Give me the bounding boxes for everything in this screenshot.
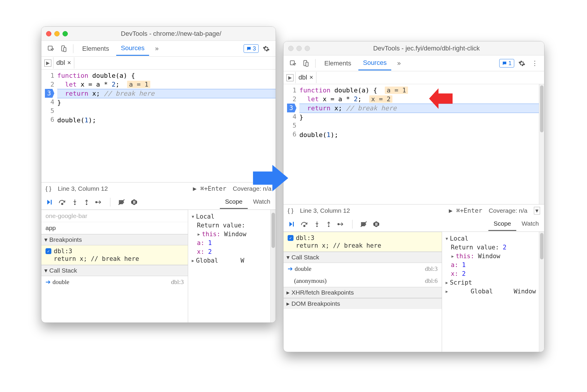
- scope-this[interactable]: this: Window: [197, 230, 267, 239]
- tab-watch[interactable]: Watch: [248, 195, 276, 209]
- run-snippet-icon[interactable]: ▶: [44, 60, 51, 67]
- deactivate-breakpoints-icon[interactable]: [360, 221, 367, 227]
- code-body[interactable]: function double(a) { let x = a * 2; a = …: [57, 70, 276, 182]
- checkbox-icon[interactable]: ✓: [288, 235, 294, 241]
- breakpoints-header[interactable]: ▾Breakpoints: [41, 234, 188, 245]
- step-into-icon[interactable]: [72, 199, 78, 205]
- scope-this[interactable]: this: Window: [451, 252, 536, 261]
- tab-elements[interactable]: Elements: [77, 42, 114, 55]
- svg-rect-13: [306, 62, 308, 66]
- step-out-icon[interactable]: [326, 221, 332, 227]
- bp-location: dbl:3: [54, 248, 72, 255]
- deactivate-breakpoints-icon[interactable]: [118, 199, 125, 205]
- scope-local[interactable]: Local: [445, 234, 536, 243]
- svg-rect-14: [293, 222, 294, 227]
- scope-script[interactable]: Script: [445, 278, 536, 287]
- line-gutter[interactable]: 1 2 3 4 5 6: [284, 84, 299, 204]
- dom-breakpoints-header[interactable]: ▸DOM Breakpoints: [284, 298, 442, 309]
- svg-point-17: [328, 225, 330, 227]
- code-body[interactable]: function double(a) { a = 1 let x = a * 2…: [299, 84, 539, 204]
- pretty-print-icon[interactable]: { }: [288, 207, 294, 214]
- svg-rect-9: [133, 201, 134, 204]
- gear-icon[interactable]: [517, 58, 527, 69]
- scope-panel[interactable]: Local Return value: 2 this: Window a: 1 …: [442, 232, 539, 352]
- pause-on-exceptions-icon[interactable]: [131, 199, 137, 205]
- step-over-icon[interactable]: [301, 221, 308, 227]
- titlebar[interactable]: DevTools - jec.fyi/demo/dbl-right-click: [284, 41, 544, 55]
- code-editor[interactable]: 1 2 3 4 5 6 function double(a) { let x =…: [41, 70, 276, 182]
- step-icon[interactable]: [95, 199, 102, 205]
- breakpoint-marker[interactable]: 3: [287, 104, 296, 112]
- tab-scope[interactable]: Scope: [220, 195, 248, 209]
- left-debug-panel[interactable]: ✓dbl:3 return x; // break here ▾Call Sta…: [284, 232, 442, 352]
- kebab-icon[interactable]: ⋮: [529, 58, 540, 69]
- svg-rect-21: [377, 223, 377, 226]
- run-hint: ▶ ⌘+Enter: [449, 207, 482, 214]
- step-into-icon[interactable]: [314, 221, 320, 227]
- scrollbar[interactable]: [270, 210, 276, 322]
- step-out-icon[interactable]: [84, 199, 90, 205]
- issues-badge[interactable]: 3: [244, 44, 259, 53]
- truncated-row: one-google-bar: [41, 210, 188, 222]
- tab-sources[interactable]: Sources: [116, 41, 149, 56]
- issues-badge[interactable]: 1: [499, 59, 514, 67]
- stack-frame-anonymous[interactable]: (anonymous) dbl:6: [284, 275, 442, 287]
- tab-watch[interactable]: Watch: [516, 217, 544, 231]
- scrollbar[interactable]: [539, 84, 544, 204]
- run-snippet-icon[interactable]: ▶: [286, 74, 294, 81]
- stack-frame-double[interactable]: ➔double dbl:3: [284, 263, 442, 275]
- file-tab-label: dbl: [298, 74, 307, 81]
- tab-elements[interactable]: Elements: [320, 57, 356, 70]
- file-tab-dbl[interactable]: dbl ×: [295, 72, 316, 83]
- breakpoint-item[interactable]: ✓dbl:3 return x; // break here: [41, 245, 188, 265]
- svg-point-6: [86, 203, 87, 205]
- pause-on-exceptions-icon[interactable]: [373, 221, 379, 227]
- checkbox-icon[interactable]: ✓: [45, 248, 51, 254]
- tab-scope[interactable]: Scope: [488, 217, 517, 231]
- code-editor[interactable]: 1 2 3 4 5 6 function double(a) { a = 1 l…: [284, 84, 544, 204]
- stack-frame[interactable]: ➔double dbl:3: [41, 276, 188, 288]
- close-tab-icon[interactable]: ×: [309, 74, 313, 81]
- collapse-icon[interactable]: ▾: [534, 207, 540, 214]
- scope-global[interactable]: Global W: [191, 256, 267, 265]
- step-over-icon[interactable]: [58, 199, 66, 205]
- debugger-panels: ✓dbl:3 return x; // break here ▾Call Sta…: [284, 232, 544, 352]
- gear-icon[interactable]: [261, 43, 271, 54]
- titlebar[interactable]: DevTools - chrome://new-tab-page/: [41, 27, 276, 41]
- inspect-icon[interactable]: [45, 43, 56, 54]
- callstack-header[interactable]: ▾Call Stack: [284, 252, 442, 263]
- cursor-position: Line 3, Column 12: [300, 207, 350, 214]
- resume-icon[interactable]: [45, 199, 53, 206]
- app-row[interactable]: app: [41, 222, 188, 234]
- coverage-label: Coverage: n/a: [233, 185, 271, 192]
- scope-panel[interactable]: Local Return value: this: Window a: 1 x:…: [188, 210, 270, 322]
- breakpoint-marker[interactable]: 3: [45, 89, 54, 98]
- close-icon[interactable]: [46, 31, 51, 36]
- file-tab-dbl[interactable]: dbl ×: [53, 57, 74, 69]
- close-tab-icon[interactable]: ×: [67, 59, 71, 67]
- scope-var-x: x: 2: [197, 247, 267, 256]
- maximize-icon[interactable]: [63, 31, 68, 36]
- callstack-header[interactable]: ▾Call Stack: [41, 265, 188, 276]
- minimize-icon[interactable]: [296, 46, 302, 51]
- more-tabs-icon[interactable]: »: [151, 43, 162, 54]
- xhr-breakpoints-header[interactable]: ▸XHR/fetch Breakpoints: [284, 287, 442, 298]
- scrollbar[interactable]: [539, 232, 544, 352]
- step-icon[interactable]: [338, 221, 345, 227]
- inspect-icon[interactable]: [288, 58, 298, 69]
- scope-local[interactable]: Local: [191, 212, 267, 221]
- minimize-icon[interactable]: [54, 31, 60, 36]
- scope-global[interactable]: GlobalWindow: [445, 287, 536, 296]
- tab-sources[interactable]: Sources: [358, 56, 392, 70]
- pretty-print-icon[interactable]: { }: [45, 185, 51, 192]
- line-gutter[interactable]: 1 2 3 4 5 6: [41, 70, 57, 182]
- main-toolbar: Elements Sources » 3: [41, 41, 276, 57]
- resume-icon[interactable]: [288, 221, 295, 228]
- device-icon[interactable]: [301, 58, 311, 69]
- left-debug-panel[interactable]: one-google-bar app ▾Breakpoints ✓dbl:3 r…: [41, 210, 188, 322]
- breakpoint-item[interactable]: ✓dbl:3 return x; // break here: [284, 232, 442, 252]
- maximize-icon[interactable]: [305, 46, 310, 51]
- device-icon[interactable]: [58, 43, 69, 54]
- more-tabs-icon[interactable]: »: [394, 58, 404, 69]
- close-icon[interactable]: [288, 46, 294, 51]
